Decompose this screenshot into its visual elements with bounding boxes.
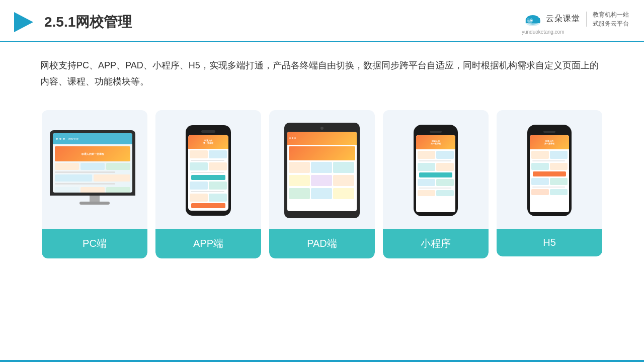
logo-tagline-line2: 式服务云平台	[593, 19, 629, 28]
bottom-accent-line	[0, 360, 644, 362]
card-app-image: 职通人的第一堂课程	[164, 120, 253, 221]
card-h5: 职通人的第一堂课程	[497, 110, 602, 256]
phone-app-mockup: 职通人的第一堂课程	[186, 125, 231, 216]
logo-name: 云朵课堂	[546, 14, 580, 24]
card-app: 职通人的第一堂课程	[155, 110, 261, 258]
card-pad-image	[277, 120, 367, 221]
logo-tagline-line1: 教育机构一站	[593, 10, 629, 19]
card-pc-label: PC端	[42, 229, 147, 258]
pc-monitor-mockup: 网校管理 职通人的第一堂课程	[50, 130, 139, 211]
header: 2.5.1网校管理 云朵 云朵课堂 教育机构一站 式服务云平台 yunduoke…	[0, 0, 644, 42]
phone-h5-mockup: 职通人的第一堂课程	[527, 125, 572, 216]
card-app-label: APP端	[155, 229, 261, 258]
cards-container: 网校管理 职通人的第一堂课程	[40, 110, 604, 258]
logo-tagline: 教育机构一站 式服务云平台	[593, 10, 629, 28]
svg-marker-0	[14, 12, 33, 32]
tablet-pad-mockup	[284, 123, 360, 218]
card-pc-image: 网校管理 职通人的第一堂课程	[50, 120, 139, 221]
logo-url: yunduoketang.com	[522, 29, 565, 35]
header-left: 2.5.1网校管理	[10, 9, 132, 35]
svg-text:云朵: 云朵	[527, 18, 533, 22]
main-content: 网校支持PC、APP、PAD、小程序、H5，实现多端打通，产品各终端自由切换，数…	[0, 42, 644, 268]
card-pad: PAD端	[269, 110, 375, 258]
phone-mini-mockup: 职通人的第一堂课程	[414, 125, 458, 216]
cloud-icon: 云朵	[522, 11, 544, 27]
card-miniprogram: 职通人的第一堂课程	[383, 110, 489, 258]
card-h5-label: H5	[497, 229, 602, 256]
logo-divider	[586, 12, 587, 27]
play-icon	[10, 9, 36, 35]
page-title: 2.5.1网校管理	[44, 13, 132, 32]
card-miniprogram-image: 职通人的第一堂课程	[391, 120, 480, 221]
logo-area: 云朵 云朵课堂 教育机构一站 式服务云平台 yunduoketang.com	[522, 10, 629, 35]
description-text: 网校支持PC、APP、PAD、小程序、H5，实现多端打通，产品各终端自由切换，数…	[40, 57, 604, 90]
logo-top-row: 云朵 云朵课堂 教育机构一站 式服务云平台	[522, 10, 629, 28]
card-miniprogram-label: 小程序	[383, 229, 489, 258]
card-pc: 网校管理 职通人的第一堂课程	[42, 110, 147, 258]
card-pad-label: PAD端	[269, 229, 375, 258]
card-h5-image: 职通人的第一堂课程	[505, 120, 594, 221]
